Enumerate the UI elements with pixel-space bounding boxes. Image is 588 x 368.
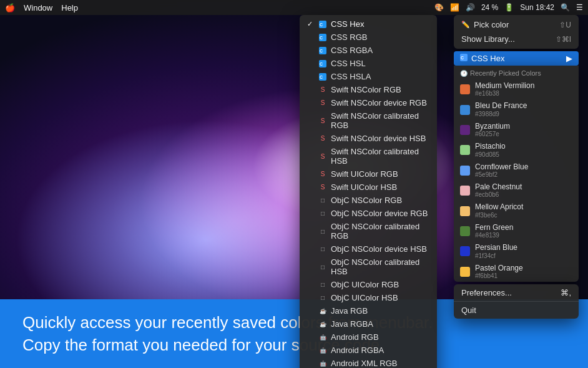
css-hex-recently-section: C CSS Hex ▶ 🕐 Recently Picked Colors Med…: [454, 51, 579, 282]
search-icon[interactable]: 🔍: [561, 3, 570, 12]
color-swatch: [460, 267, 470, 277]
format-item-css-rgba[interactable]: C CSS RGBA: [300, 44, 437, 57]
format-item-css-hsla[interactable]: C CSS HSLA: [300, 70, 437, 83]
color-name: Medium Vermilion: [475, 81, 534, 90]
menubar: 🍎 Window Help 🎨 📶 🔊 24 % 🔋 Sun 18:42 🔍 ☰: [0, 0, 588, 15]
format-item-swift-uicolor-hsb[interactable]: S Swift UIColor HSB: [300, 181, 437, 194]
format-label-16: ObjC NSColor device HSB: [331, 244, 427, 254]
swift-icon-5: S: [318, 152, 327, 161]
format-item-objc-nscolor-drgb[interactable]: □ ObjC NSColor device RGB: [300, 207, 437, 220]
svg-text:C: C: [461, 56, 464, 60]
color-info: Cornflower Blue #5e9bf2: [475, 162, 528, 179]
format-label-6: Swift NSColor RGB: [331, 85, 401, 94]
menu-window[interactable]: Window: [24, 3, 52, 12]
swift-icon-1: S: [318, 86, 327, 94]
color-info: Byzantium #60257e: [475, 122, 510, 138]
format-item-objc-uicolor-rgb[interactable]: □ ObjC UIColor RGB: [300, 278, 437, 291]
color-list-item[interactable]: Cornflower Blue #5e9bf2: [454, 161, 579, 181]
android-icon-2: 🤖: [318, 346, 327, 355]
color-info: Pale Chestnut #ecb0b6: [475, 182, 522, 199]
format-label-24: Android XML RGB: [331, 359, 397, 368]
format-label-4: CSS HSL: [331, 59, 366, 68]
format-item-objc-nscolor-crgb[interactable]: □ ObjC NSColor calibrated RGB: [300, 220, 437, 242]
format-item-swift-nscolor-dhsb[interactable]: S Swift NSColor device HSB: [300, 132, 437, 145]
format-item-objc-uicolor-hsb[interactable]: □ ObjC UIColor HSB: [300, 291, 437, 304]
objc-icon-2: □: [318, 209, 327, 218]
control-center-icon[interactable]: ☰: [576, 3, 583, 12]
format-item-swift-nscolor-drgb[interactable]: S Swift NSColor device RGB: [300, 96, 437, 109]
java-icon-1: ☕: [318, 307, 327, 316]
color-hex: #4e8139: [475, 232, 513, 239]
color-list-item[interactable]: Pastel Orange #f6bb41: [454, 262, 579, 282]
quit-action[interactable]: Quit: [454, 303, 579, 317]
pick-color-action[interactable]: ✏️ Pick color ⇧U: [454, 17, 579, 32]
objc-icon-5: □: [318, 262, 327, 271]
preferences-action[interactable]: Preferences... ⌘,: [454, 286, 579, 300]
color-name: Cornflower Blue: [475, 162, 528, 171]
color-info: Pistachio #90d085: [475, 142, 506, 158]
color-hex: #f3be6c: [475, 212, 523, 219]
color-swatch: [460, 125, 470, 135]
color-swatch: [460, 246, 470, 256]
format-label-10: Swift NSColor calibrated HSB: [331, 147, 429, 166]
swift-icon-4: S: [318, 134, 327, 143]
format-item-swift-nscolor-chsb[interactable]: S Swift NSColor calibrated HSB: [300, 145, 437, 167]
format-item-objc-nscolor-chsb[interactable]: □ ObjC NSColor calibrated HSB: [300, 256, 437, 278]
format-item-java-rgb[interactable]: ☕ Java RGB: [300, 304, 437, 317]
format-item-android-rgb[interactable]: 🤖 Android RGB: [300, 331, 437, 344]
show-library-action[interactable]: Show Library... ⇧⌘I: [454, 32, 579, 46]
format-item-objc-nscolor-rgb[interactable]: □ ObjC NSColor RGB: [300, 194, 437, 207]
pick-color-shortcut: ⇧U: [559, 21, 571, 29]
color-info: Bleu De France #3988d9: [475, 101, 527, 117]
swift-icon-7: S: [318, 183, 327, 192]
apple-menu[interactable]: 🍎: [5, 3, 15, 12]
color-swatch: [460, 166, 470, 176]
color-list-item[interactable]: Medium Vermilion #e16b38: [454, 79, 579, 99]
colorpicker-menubar-icon[interactable]: 🎨: [434, 3, 444, 12]
recently-picked-label: Recently Picked Colors: [470, 69, 541, 77]
format-item-java-rgba[interactable]: ☕ Java RGBA: [300, 317, 437, 331]
format-label-2: CSS RGB: [331, 32, 368, 42]
format-item-swift-uicolor-rgb[interactable]: S Swift UIColor RGB: [300, 167, 437, 181]
show-library-shortcut: ⇧⌘I: [556, 35, 571, 44]
color-list-item[interactable]: Pale Chestnut #ecb0b6: [454, 181, 579, 201]
eyedropper-icon: ✏️: [461, 21, 470, 29]
format-item-android-rgba[interactable]: 🤖 Android RGBA: [300, 344, 437, 357]
color-info: Pastel Orange #f6bb41: [475, 264, 523, 280]
format-item-swift-nscolor-crgb[interactable]: S Swift NSColor calibrated RGB: [300, 109, 437, 132]
objc-icon-7: □: [318, 294, 327, 302]
color-hex: #60257e: [475, 131, 510, 138]
color-hex: #ecb0b6: [475, 191, 522, 199]
color-name: Fern Green: [475, 223, 513, 232]
menu-help[interactable]: Help: [61, 3, 78, 12]
color-swatch: [460, 145, 470, 155]
recently-picked-header: 🕐 Recently Picked Colors: [454, 66, 579, 79]
clock-display: Sun 18:42: [520, 3, 554, 12]
svg-text:C: C: [320, 22, 323, 27]
format-item-android-xml-rgb[interactable]: 🤖 Android XML RGB: [300, 357, 437, 368]
color-name: Pastel Orange: [475, 264, 523, 272]
submenu-arrow-icon: ▶: [566, 54, 572, 63]
format-label-20: Java RGB: [331, 306, 368, 316]
color-hex: #1f34cf: [475, 252, 517, 260]
color-list-item[interactable]: Bleu De France #3988d9: [454, 99, 579, 119]
color-list-item[interactable]: Pistachio #90d085: [454, 140, 579, 160]
format-item-objc-nscolor-dhsb[interactable]: □ ObjC NSColor device HSB: [300, 242, 437, 256]
format-label-13: ObjC NSColor RGB: [331, 196, 402, 205]
css-icon-2: C: [318, 33, 327, 42]
format-item-swift-nscolor-rgb[interactable]: S Swift NSColor RGB: [300, 83, 437, 96]
css-hex-header[interactable]: C CSS Hex ▶: [454, 51, 579, 66]
recently-picked-section: 🕐 Recently Picked Colors Medium Vermilio…: [454, 66, 579, 282]
format-label-5: CSS HSLA: [331, 72, 371, 81]
color-list-item[interactable]: Byzantium #60257e: [454, 120, 579, 140]
format-item-css-rgb[interactable]: C CSS RGB: [300, 31, 437, 44]
color-list-item[interactable]: Mellow Apricot #f3be6c: [454, 201, 579, 221]
format-item-css-hex[interactable]: ✓ C CSS Hex: [300, 17, 437, 31]
bottom-actions: Preferences... ⌘, Quit: [454, 284, 579, 319]
show-library-label: Show Library...: [461, 34, 515, 44]
format-menu: ✓ C CSS Hex C CSS RGB C CSS RGBA C: [300, 15, 437, 368]
color-list-item[interactable]: Persian Blue #1f34cf: [454, 241, 579, 261]
format-label-18: ObjC UIColor RGB: [331, 280, 399, 289]
color-list-item[interactable]: Fern Green #4e8139: [454, 221, 579, 241]
format-item-css-hsl[interactable]: C CSS HSL: [300, 57, 437, 70]
